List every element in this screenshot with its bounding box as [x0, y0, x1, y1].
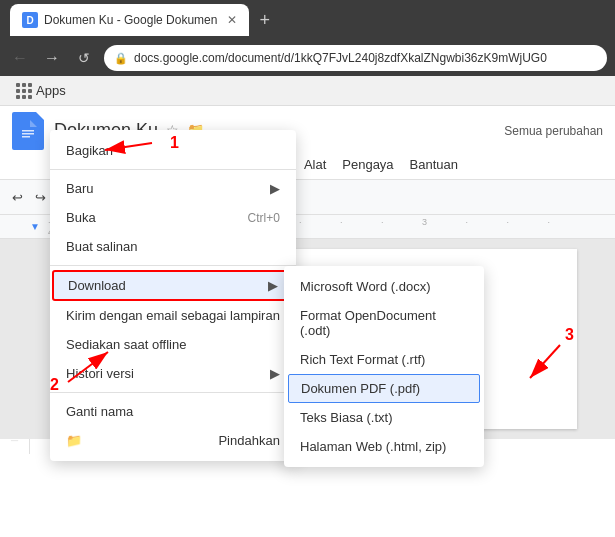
docs-tab-icon: D: [22, 12, 38, 28]
back-button[interactable]: ←: [8, 49, 32, 67]
shortcut-buka: Ctrl+0: [248, 211, 280, 225]
tab-title: Dokumen Ku - Google Dokumen: [44, 13, 217, 27]
bookmarks-bar: Apps: [0, 76, 615, 106]
folder-icon-pindahkan: 📁: [66, 433, 82, 448]
active-tab[interactable]: D Dokumen Ku - Google Dokumen ✕: [10, 4, 249, 36]
undo-button[interactable]: ↩: [8, 188, 27, 207]
address-bar-row: ← → ↺ 🔒 docs.google.com/document/d/1kkQ7…: [0, 40, 615, 76]
divider-1: [50, 169, 296, 170]
submenu-arrow-histori: ▶: [270, 366, 280, 381]
menu-item-pindahkan[interactable]: 📁 Pindahkan: [50, 426, 296, 455]
address-bar[interactable]: 🔒 docs.google.com/document/d/1kkQ7FJvL24…: [104, 45, 607, 71]
tab-bar: D Dokumen Ku - Google Dokumen ✕ +: [10, 4, 605, 36]
apps-button[interactable]: Apps: [10, 81, 72, 101]
menu-bantuan[interactable]: Bantuan: [402, 153, 466, 176]
apps-label: Apps: [36, 83, 66, 98]
menu-alat[interactable]: Alat: [296, 153, 334, 176]
menu-item-histori[interactable]: Histori versi ▶: [50, 359, 296, 388]
apps-grid-icon: [16, 83, 32, 99]
new-tab-btn[interactable]: +: [259, 10, 270, 31]
menu-item-sediakan[interactable]: Sediakan saat offline: [50, 330, 296, 359]
submenu-item-word[interactable]: Microsoft Word (.docx): [284, 272, 484, 301]
submenu-item-rtf[interactable]: Rich Text Format (.rtf): [284, 345, 484, 374]
divider-2: [50, 265, 296, 266]
svg-rect-2: [22, 130, 34, 132]
menu-item-download[interactable]: Download ▶ Microsoft Word (.docx) Format…: [52, 270, 294, 301]
menu-pengaya[interactable]: Pengaya: [334, 153, 401, 176]
lock-icon: 🔒: [114, 52, 128, 65]
menu-item-buka[interactable]: Buka Ctrl+0: [50, 203, 296, 232]
submenu-item-pdf[interactable]: Dokumen PDF (.pdf): [288, 374, 480, 403]
menu-item-baru[interactable]: Baru ▶: [50, 174, 296, 203]
ruler-marker: ▼: [30, 221, 40, 232]
submenu-item-odt[interactable]: Format OpenDocument (.odt): [284, 301, 484, 345]
menu-item-bagikan[interactable]: Bagikan: [50, 136, 296, 165]
browser-chrome: D Dokumen Ku - Google Dokumen ✕ +: [0, 0, 615, 40]
svg-rect-3: [22, 133, 34, 135]
submenu-arrow-download: ▶: [268, 278, 278, 293]
svg-rect-4: [22, 136, 30, 138]
menu-item-ganti-nama[interactable]: Ganti nama: [50, 397, 296, 426]
all-changes-label: Semua perubahan: [504, 124, 603, 138]
forward-button[interactable]: →: [40, 49, 64, 67]
submenu-arrow-baru: ▶: [270, 181, 280, 196]
redo-button[interactable]: ↪: [31, 188, 50, 207]
tab-close-btn[interactable]: ✕: [227, 13, 237, 27]
file-dropdown-menu: Bagikan Baru ▶ Buka Ctrl+0 Buat salinan …: [50, 130, 296, 461]
divider-3: [50, 392, 296, 393]
docs-app-icon: [12, 112, 44, 150]
menu-item-kirim-email[interactable]: Kirim dengan email sebagai lampiran: [50, 301, 296, 330]
menu-item-buat-salinan[interactable]: Buat salinan: [50, 232, 296, 261]
submenu-item-txt[interactable]: Teks Biasa (.txt): [284, 403, 484, 432]
file-menu-panel: Bagikan Baru ▶ Buka Ctrl+0 Buat salinan …: [50, 130, 296, 461]
refresh-button[interactable]: ↺: [72, 50, 96, 66]
download-submenu: Microsoft Word (.docx) Format OpenDocume…: [284, 266, 484, 467]
address-text: docs.google.com/document/d/1kkQ7FJvL240j…: [134, 51, 547, 65]
submenu-item-html[interactable]: Halaman Web (.html, zip): [284, 432, 484, 461]
